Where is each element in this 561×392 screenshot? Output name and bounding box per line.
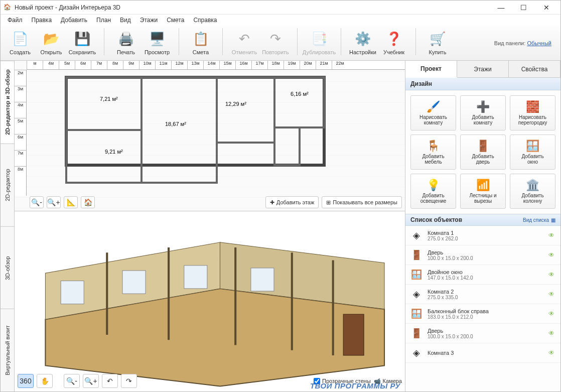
svg-rect-1 (66, 77, 142, 130)
transparent-walls-checkbox[interactable]: Прозрачные стены (314, 378, 370, 384)
svg-rect-6 (66, 130, 142, 183)
right-panel: ПроектЭтажиСвойства Дизайн 🖌️Нарисоватьк… (405, 61, 560, 391)
toolbar-Просмотр[interactable]: 🖥️Просмотр (143, 28, 172, 58)
Просмотр-icon: 🖥️ (149, 31, 165, 47)
toolbar-Купить[interactable]: 🛒Купить (423, 28, 452, 58)
view-3d[interactable]: 360 ✋ 🔍- 🔍+ ↶ ↷ Прозрачные стены 📹 Камер… (15, 211, 405, 391)
tool-Добавить-колонну[interactable]: 🏛️Добавитьколонну (510, 174, 555, 209)
rtab-Проект[interactable]: Проект (405, 61, 457, 78)
window-title: Новый проект - Дизайн Интерьера 3D (15, 4, 490, 11)
tool-icon: 💡 (427, 179, 440, 192)
camera-option[interactable]: 📹 Камера (374, 378, 402, 384)
rtab-Свойства[interactable]: Свойства (509, 61, 560, 77)
object-icon: ◈ (409, 228, 424, 242)
object-row[interactable]: ◈Комната 3👁 (405, 343, 560, 363)
svg-rect-17 (184, 266, 207, 289)
tool-icon: 🧱 (526, 100, 539, 113)
plan-controls: 🔍- 🔍+ 📐 🏠 ✚Добавить этаж ⊞Показывать все… (30, 196, 402, 209)
object-row[interactable]: ◈Комната 2275.0 x 335.0👁 (405, 285, 560, 304)
menu-План[interactable]: План (92, 16, 115, 25)
zoom-out-3d-button[interactable]: 🔍- (64, 374, 80, 388)
object-row[interactable]: 🚪Дверь100.0 x 15.0 x 200.0👁 (405, 324, 560, 343)
rotate-360-button[interactable]: 360 (18, 374, 34, 388)
toolbar-Открыть[interactable]: 📂Открыть (37, 28, 66, 58)
pan-button[interactable]: ✋ (37, 374, 53, 388)
show-dims-button[interactable]: ⊞Показывать все размеры (322, 196, 402, 208)
toolbar-Смета[interactable]: 📋Смета (186, 28, 215, 58)
zoom-in-3d-button[interactable]: 🔍+ (83, 374, 99, 388)
list-mode-button[interactable]: Вид списка ▦ (523, 217, 555, 223)
Купить-icon: 🛒 (430, 31, 446, 47)
sidetab-3[interactable]: Виртуальный визит (1, 309, 14, 391)
room-label: 7,21 м² (100, 96, 118, 102)
toolbar-Настройки[interactable]: ⚙️Настройки (348, 28, 377, 58)
menu-Вид[interactable]: Вид (116, 16, 135, 25)
visibility-icon[interactable]: 👁 (548, 271, 556, 278)
room-label: 6,16 м² (291, 91, 309, 97)
object-row[interactable]: 🚪Дверь100.0 x 15.0 x 200.0👁 (405, 245, 560, 265)
zoom-in-button[interactable]: 🔍+ (47, 196, 61, 208)
toolbar-Печать[interactable]: 🖨️Печать (111, 28, 141, 58)
add-floor-button[interactable]: ✚Добавить этаж (265, 196, 319, 208)
app-icon: 🏠 (4, 4, 12, 12)
close-button[interactable]: ✕ (535, 1, 557, 15)
rtab-Этажи[interactable]: Этажи (457, 61, 509, 77)
object-row[interactable]: ◈Комната 1275.0 x 262.0👁 (405, 226, 560, 245)
tool-Добавить-мебель[interactable]: 🪑Добавитьмебель (410, 135, 456, 170)
object-icon: ◈ (409, 346, 424, 360)
redo-3d-button[interactable]: ↷ (121, 374, 137, 388)
objlist-header: Список объектов Вид списка ▦ (405, 214, 560, 226)
sidetabs: 2D-редактор и 3D-обзор2D-редактор3D-обзо… (1, 61, 15, 391)
visibility-icon[interactable]: 👁 (548, 349, 556, 356)
tool-icon: 🪟 (526, 140, 539, 153)
visibility-icon[interactable]: 👁 (548, 251, 556, 258)
tool-Добавить-дверь[interactable]: 🚪Добавитьдверь (460, 135, 506, 170)
object-row[interactable]: 🪟Двойное окно147.0 x 15.0 x 142.0👁 (405, 265, 560, 285)
minimize-button[interactable]: — (490, 1, 512, 15)
panel-mode-link[interactable]: Обычный (527, 40, 551, 46)
menu-Этажи[interactable]: Этажи (136, 16, 162, 25)
menu-Файл[interactable]: Файл (4, 16, 27, 25)
Сохранить-icon: 💾 (74, 31, 90, 47)
sidetab-2[interactable]: 3D-обзор (1, 226, 14, 309)
Смета-icon: 📋 (193, 31, 209, 47)
tool-Добавить-комнату[interactable]: ➕Добавитькомнату (460, 95, 506, 130)
tool-Нарисовать-перегородку[interactable]: 🧱Нарисоватьперегородку (510, 95, 555, 130)
Дублировать-icon: 📑 (311, 31, 327, 47)
tool-Нарисовать-комнату[interactable]: 🖌️Нарисоватькомнату (410, 95, 456, 130)
menu-Правка[interactable]: Правка (28, 16, 56, 25)
object-icon: ◈ (409, 287, 424, 301)
visibility-icon[interactable]: 👁 (548, 310, 556, 317)
toolbar-Сохранить[interactable]: 💾Сохранить (68, 28, 97, 58)
tool-icon: 🏛️ (526, 179, 539, 192)
measure-button[interactable]: 📐 (64, 196, 78, 208)
sidetab-0[interactable]: 2D-редактор и 3D-обзор (1, 61, 14, 144)
object-icon: 🪟 (409, 268, 424, 282)
menu-Справка[interactable]: Справка (189, 16, 221, 25)
toolbar-Создать[interactable]: 📄Создать (6, 28, 35, 58)
zoom-out-button[interactable]: 🔍- (30, 196, 44, 208)
tool-Добавить-окно[interactable]: 🪟Добавитьокно (510, 135, 555, 170)
Повторить-icon: ↷ (267, 31, 284, 47)
maximize-button[interactable]: ☐ (512, 1, 535, 15)
menubar: ФайлПравкаДобавитьПланВидЭтажиСметаСправ… (1, 15, 560, 26)
svg-rect-18 (251, 268, 274, 291)
menu-Смета[interactable]: Смета (163, 16, 188, 25)
sidetab-1[interactable]: 2D-редактор (1, 144, 14, 226)
object-list: ◈Комната 1275.0 x 262.0👁🚪Дверь100.0 x 15… (405, 226, 560, 391)
room-label: 9,21 м² (105, 149, 123, 155)
home-button[interactable]: 🏠 (81, 196, 95, 208)
ruler-vertical: 2м3м4м5м6м7м8м (15, 70, 27, 196)
menu-Добавить[interactable]: Добавить (57, 16, 91, 25)
svg-rect-15 (61, 281, 84, 304)
visibility-icon[interactable]: 👁 (548, 330, 556, 337)
object-row[interactable]: 🪟Балконный блок справа183.0 x 15.0 x 212… (405, 304, 560, 324)
toolbar-Учебник[interactable]: ❓Учебник (379, 28, 408, 58)
undo-3d-button[interactable]: ↶ (102, 374, 118, 388)
Учебник-icon: ❓ (386, 31, 402, 47)
visibility-icon[interactable]: 👁 (548, 232, 556, 239)
visibility-icon[interactable]: 👁 (548, 291, 556, 298)
plan-2d[interactable]: м4м5м6м7м8м9м10м11м12м13м14м15м16м17м18м… (15, 61, 405, 211)
tool-Лестницы и-вырезы[interactable]: 📶Лестницы ивырезы (460, 174, 506, 209)
tool-Добавить-освещение[interactable]: 💡Добавитьосвещение (410, 174, 456, 209)
